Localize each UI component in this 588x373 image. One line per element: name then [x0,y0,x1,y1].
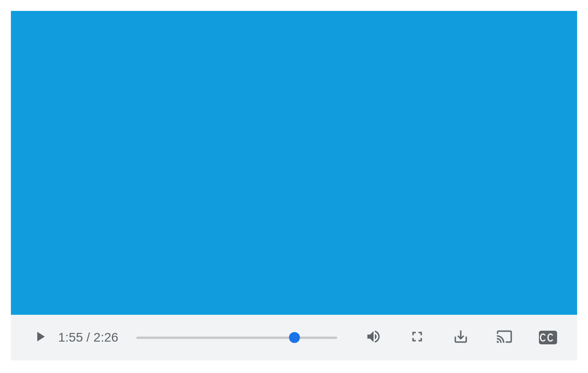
current-time: 1:55 [58,330,83,344]
right-controls-group [363,327,559,348]
fullscreen-button[interactable] [406,327,428,348]
total-time: 2:26 [94,330,119,344]
download-icon [453,328,469,347]
closed-captions-icon [539,331,557,344]
progress-track [136,337,337,339]
volume-button[interactable] [363,327,384,348]
cast-button[interactable] [493,327,515,348]
time-display: 1:55 / 2:26 [58,330,118,345]
player-controls-bar: 1:55 / 2:26 [11,315,577,360]
volume-icon [365,328,382,347]
progress-thumb[interactable] [289,332,300,343]
time-separator: / [86,330,94,344]
video-player: 1:55 / 2:26 [11,11,577,360]
cast-icon [496,328,513,347]
play-button[interactable] [29,327,51,348]
progress-slider[interactable] [136,327,337,348]
video-canvas[interactable] [11,11,577,315]
play-icon [32,328,48,347]
captions-button[interactable] [537,327,559,348]
fullscreen-icon [409,328,425,347]
download-button[interactable] [450,327,472,348]
